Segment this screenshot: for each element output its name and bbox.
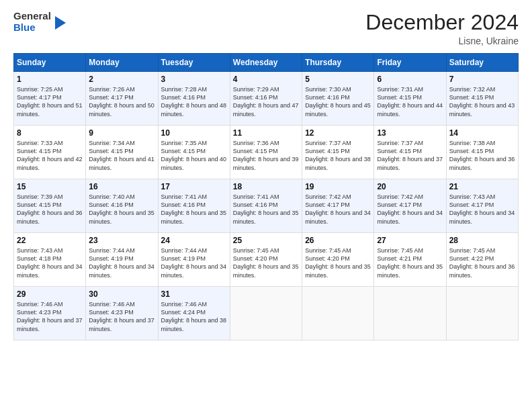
calendar-header-row: Sunday Monday Tuesday Wednesday Thursday…: [14, 54, 519, 72]
calendar-table: Sunday Monday Tuesday Wednesday Thursday…: [13, 53, 519, 340]
table-row: 11 Sunrise: 7:36 AMSunset: 4:15 PMDaylig…: [230, 126, 302, 179]
day-number: 8: [17, 128, 83, 138]
cell-info: Sunrise: 7:41 AMSunset: 4:16 PMDaylight:…: [233, 193, 299, 224]
cell-info: Sunrise: 7:45 AMSunset: 4:20 PMDaylight:…: [305, 247, 371, 278]
cell-info: Sunrise: 7:45 AMSunset: 4:21 PMDaylight:…: [377, 247, 443, 278]
logo-general: General: [13, 11, 51, 22]
col-sunday: Sunday: [14, 54, 86, 72]
table-row: 12 Sunrise: 7:37 AMSunset: 4:15 PMDaylig…: [302, 126, 374, 179]
day-number: 19: [305, 182, 371, 191]
cell-info: Sunrise: 7:46 AMSunset: 4:23 PMDaylight:…: [89, 301, 154, 332]
cell-info: Sunrise: 7:37 AMSunset: 4:15 PMDaylight:…: [305, 140, 371, 171]
table-row: 3 Sunrise: 7:28 AMSunset: 4:16 PMDayligh…: [158, 72, 230, 126]
cell-info: Sunrise: 7:34 AMSunset: 4:15 PMDaylight:…: [89, 140, 154, 171]
table-row: 1 Sunrise: 7:25 AMSunset: 4:17 PMDayligh…: [14, 72, 86, 126]
cell-info: Sunrise: 7:26 AMSunset: 4:17 PMDaylight:…: [89, 86, 154, 117]
day-number: 29: [17, 289, 83, 299]
table-row: 10 Sunrise: 7:35 AMSunset: 4:15 PMDaylig…: [158, 126, 230, 179]
col-friday: Friday: [374, 54, 446, 72]
day-number: 10: [161, 128, 227, 138]
table-row: 19 Sunrise: 7:42 AMSunset: 4:17 PMDaylig…: [302, 179, 374, 233]
table-row: 28 Sunrise: 7:45 AMSunset: 4:22 PMDaylig…: [446, 233, 518, 287]
day-number: 7: [449, 75, 515, 84]
day-number: 2: [89, 75, 154, 84]
day-number: 17: [161, 182, 227, 191]
cell-info: Sunrise: 7:44 AMSunset: 4:19 PMDaylight:…: [89, 247, 154, 278]
calendar-week-row: 8 Sunrise: 7:33 AMSunset: 4:15 PMDayligh…: [14, 126, 519, 179]
day-number: 13: [377, 128, 443, 138]
day-number: 24: [161, 236, 227, 245]
cell-info: Sunrise: 7:29 AMSunset: 4:16 PMDaylight:…: [233, 86, 299, 117]
day-number: 6: [377, 75, 443, 84]
svg-marker-0: [55, 16, 66, 30]
table-row: 27 Sunrise: 7:45 AMSunset: 4:21 PMDaylig…: [374, 233, 446, 287]
table-row: 26 Sunrise: 7:45 AMSunset: 4:20 PMDaylig…: [302, 233, 374, 287]
col-tuesday: Tuesday: [158, 54, 230, 72]
col-wednesday: Wednesday: [230, 54, 302, 72]
day-number: 15: [17, 182, 83, 191]
cell-info: Sunrise: 7:33 AMSunset: 4:15 PMDaylight:…: [17, 140, 83, 171]
table-row: 14 Sunrise: 7:38 AMSunset: 4:15 PMDaylig…: [446, 126, 518, 179]
day-number: 18: [233, 182, 299, 191]
cell-info: Sunrise: 7:36 AMSunset: 4:15 PMDaylight:…: [233, 140, 299, 171]
cell-info: Sunrise: 7:39 AMSunset: 4:15 PMDaylight:…: [17, 193, 83, 224]
day-number: 28: [449, 236, 515, 245]
cell-info: Sunrise: 7:28 AMSunset: 4:16 PMDaylight:…: [161, 86, 227, 117]
day-number: 27: [377, 236, 443, 245]
logo-triangle-icon: [52, 13, 67, 32]
day-number: 5: [305, 75, 371, 84]
day-number: 25: [233, 236, 299, 245]
table-row: 17 Sunrise: 7:41 AMSunset: 4:16 PMDaylig…: [158, 179, 230, 233]
table-row: 5 Sunrise: 7:30 AMSunset: 4:16 PMDayligh…: [302, 72, 374, 126]
cell-info: Sunrise: 7:42 AMSunset: 4:17 PMDaylight:…: [377, 193, 443, 224]
table-row: 20 Sunrise: 7:42 AMSunset: 4:17 PMDaylig…: [374, 179, 446, 233]
table-row: 4 Sunrise: 7:29 AMSunset: 4:16 PMDayligh…: [230, 72, 302, 126]
cell-info: Sunrise: 7:46 AMSunset: 4:23 PMDaylight:…: [17, 301, 83, 332]
header: General Blue December 2024 Lisne, Ukrain…: [13, 11, 519, 46]
table-row: [446, 287, 518, 340]
cell-info: Sunrise: 7:37 AMSunset: 4:15 PMDaylight:…: [377, 140, 443, 171]
cell-info: Sunrise: 7:45 AMSunset: 4:20 PMDaylight:…: [233, 247, 299, 278]
day-number: 4: [233, 75, 299, 84]
day-number: 11: [233, 128, 299, 138]
logo-blue: Blue: [13, 22, 51, 34]
cell-info: Sunrise: 7:31 AMSunset: 4:15 PMDaylight:…: [377, 86, 443, 117]
table-row: 13 Sunrise: 7:37 AMSunset: 4:15 PMDaylig…: [374, 126, 446, 179]
day-number: 14: [449, 128, 515, 138]
table-row: 8 Sunrise: 7:33 AMSunset: 4:15 PMDayligh…: [14, 126, 86, 179]
table-row: [374, 287, 446, 340]
cell-info: Sunrise: 7:40 AMSunset: 4:16 PMDaylight:…: [89, 193, 154, 224]
cell-info: Sunrise: 7:46 AMSunset: 4:24 PMDaylight:…: [161, 301, 227, 332]
table-row: 24 Sunrise: 7:44 AMSunset: 4:19 PMDaylig…: [158, 233, 230, 287]
day-number: 31: [161, 289, 227, 299]
col-monday: Monday: [86, 54, 158, 72]
location: Lisne, Ukraine: [365, 36, 519, 46]
table-row: 29 Sunrise: 7:46 AMSunset: 4:23 PMDaylig…: [14, 287, 86, 340]
table-row: 22 Sunrise: 7:43 AMSunset: 4:18 PMDaylig…: [14, 233, 86, 287]
cell-info: Sunrise: 7:30 AMSunset: 4:16 PMDaylight:…: [305, 86, 371, 117]
table-row: 6 Sunrise: 7:31 AMSunset: 4:15 PMDayligh…: [374, 72, 446, 126]
day-number: 16: [89, 182, 154, 191]
day-number: 20: [377, 182, 443, 191]
table-row: 30 Sunrise: 7:46 AMSunset: 4:23 PMDaylig…: [86, 287, 158, 340]
title-block: December 2024 Lisne, Ukraine: [365, 11, 519, 46]
day-number: 23: [89, 236, 154, 245]
table-row: 18 Sunrise: 7:41 AMSunset: 4:16 PMDaylig…: [230, 179, 302, 233]
table-row: 7 Sunrise: 7:32 AMSunset: 4:15 PMDayligh…: [446, 72, 518, 126]
day-number: 30: [89, 289, 154, 299]
calendar-week-row: 1 Sunrise: 7:25 AMSunset: 4:17 PMDayligh…: [14, 72, 519, 126]
table-row: [302, 287, 374, 340]
col-thursday: Thursday: [302, 54, 374, 72]
day-number: 22: [17, 236, 83, 245]
calendar-week-row: 15 Sunrise: 7:39 AMSunset: 4:15 PMDaylig…: [14, 179, 519, 233]
page: General Blue December 2024 Lisne, Ukrain…: [0, 0, 532, 411]
table-row: 25 Sunrise: 7:45 AMSunset: 4:20 PMDaylig…: [230, 233, 302, 287]
table-row: 9 Sunrise: 7:34 AMSunset: 4:15 PMDayligh…: [86, 126, 158, 179]
day-number: 12: [305, 128, 371, 138]
cell-info: Sunrise: 7:43 AMSunset: 4:18 PMDaylight:…: [17, 247, 83, 278]
cell-info: Sunrise: 7:25 AMSunset: 4:17 PMDaylight:…: [17, 86, 83, 117]
calendar-week-row: 29 Sunrise: 7:46 AMSunset: 4:23 PMDaylig…: [14, 287, 519, 340]
day-number: 3: [161, 75, 227, 84]
table-row: 2 Sunrise: 7:26 AMSunset: 4:17 PMDayligh…: [86, 72, 158, 126]
cell-info: Sunrise: 7:41 AMSunset: 4:16 PMDaylight:…: [161, 193, 227, 224]
